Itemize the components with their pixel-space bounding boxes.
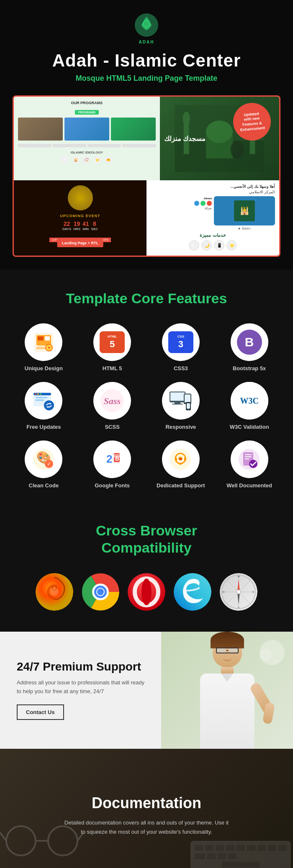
svg-rect-23 — [36, 397, 47, 398]
svg-line-87 — [0, 832, 6, 841]
svg-rect-30 — [175, 402, 180, 404]
page-title: Adah - Islamic Center — [8, 51, 285, 71]
unique-design-svg: ✦ — [32, 331, 55, 354]
svg-text:S: S — [238, 606, 239, 609]
feature-w3c: W3C W3C Validation — [218, 382, 280, 430]
html5-label: HTML 5 — [103, 365, 122, 371]
browser-title: Cross Browser Compatibility — [13, 522, 280, 556]
feature-bootstrap: B Bootstrap 5x — [218, 323, 280, 371]
unique-design-icon: ✦ — [25, 323, 62, 361]
svg-point-10 — [231, 141, 244, 159]
svg-point-79 — [236, 590, 241, 594]
svg-text:☎: ☎ — [178, 457, 182, 461]
feature-google-fonts: 2 B Google Fonts — [81, 440, 144, 489]
browser-section: Cross Browser Compatibility — [0, 505, 293, 632]
css3-icon: CSS 3 — [162, 323, 200, 361]
svg-point-20 — [35, 393, 36, 395]
preview-card-2 — [64, 118, 109, 141]
features-section: Template Core Features ✦ Unique Design — [0, 269, 293, 505]
feature-well-documented: Well Documented — [218, 440, 280, 489]
svg-point-22 — [40, 393, 41, 395]
scss-svg: Sass — [100, 388, 125, 413]
docs-description: Detailed documentation covers all ins an… — [63, 818, 230, 837]
feature-clean-code: 🎨 ✓ Clean Code — [13, 440, 75, 489]
ideology-label: ISLAMIC IDEOLOGY — [18, 151, 156, 154]
preview-rtl: أهلا وسهلا بك إلى الأنجمي... المركز الاس… — [146, 180, 279, 256]
support-image — [161, 632, 293, 749]
svg-point-25 — [44, 400, 54, 410]
svg-rect-96 — [257, 845, 266, 851]
svg-text:B: B — [115, 455, 119, 462]
svg-point-7 — [206, 120, 233, 143]
svg-rect-56 — [245, 456, 252, 457]
opera-icon — [128, 573, 165, 611]
features-title: Template Core Features — [13, 290, 280, 307]
ideology-icon: ☪ — [61, 156, 69, 164]
ideology-icon: 📿 — [83, 156, 90, 164]
svg-text:N: N — [238, 575, 239, 578]
page-subtitle: Mosque HTML5 Landing Page Template — [8, 74, 285, 83]
html5-icon: HTML 5 — [93, 323, 131, 361]
contact-us-button[interactable]: Contact Us — [17, 704, 64, 720]
svg-rect-31 — [172, 404, 183, 405]
event-title: UPCOMING EVENT — [19, 214, 141, 218]
feature-unique-design: ✦ Unique Design — [13, 323, 75, 371]
unique-design-label: Unique Design — [25, 365, 63, 371]
docs-section: Documentation Detailed documentation cov… — [0, 749, 293, 868]
svg-rect-29 — [170, 392, 185, 401]
svg-point-21 — [37, 393, 39, 395]
ideology-icon: 🤲 — [105, 156, 112, 164]
firefox-icon — [36, 573, 73, 611]
svg-point-69 — [141, 579, 152, 605]
bootstrap-badge: B — [237, 330, 262, 355]
header-section: ADAH Adah - Islamic Center Mosque HTML5 … — [0, 0, 293, 91]
svg-rect-24 — [36, 399, 44, 401]
w3c-label: W3C Validation — [230, 424, 269, 430]
feature-dedicated-support: ☎ Dedicated Support — [150, 440, 212, 489]
svg-rect-55 — [245, 454, 252, 455]
svg-point-66 — [97, 589, 104, 595]
bootstrap-icon: B — [231, 323, 268, 361]
google-fonts-icon: 2 B — [93, 440, 131, 478]
feature-css3: CSS 3 CSS3 — [150, 323, 212, 371]
svg-point-61 — [50, 588, 59, 596]
responsive-svg — [169, 389, 193, 412]
bootstrap-label: Bootstrap 5x — [233, 365, 266, 371]
countdown-days: 22 DAYS — [62, 220, 71, 231]
free-updates-label: Free Updates — [26, 424, 61, 430]
safari-icon: N S E W — [220, 573, 257, 611]
docs-content: Documentation Detailed documentation cov… — [46, 769, 247, 862]
svg-point-5 — [183, 112, 190, 125]
svg-point-70 — [174, 573, 211, 611]
css3-badge: CSS 3 — [168, 331, 193, 353]
well-documented-icon — [231, 440, 268, 478]
ideology-icon: 🕌 — [72, 156, 80, 164]
free-updates-svg — [32, 389, 55, 412]
scss-label: SCSS — [105, 424, 119, 430]
svg-rect-36 — [187, 403, 190, 409]
w3c-badge: W3C — [231, 382, 268, 420]
chrome-icon — [82, 573, 119, 611]
event-circle — [68, 185, 93, 210]
support-section: 24/7 Premium Support Address all your is… — [0, 632, 293, 749]
css3-label: CSS3 — [174, 365, 188, 371]
svg-text:✦: ✦ — [47, 346, 51, 350]
logo-text: ADAH — [139, 40, 154, 44]
svg-rect-103 — [222, 862, 260, 868]
adah-logo — [134, 13, 159, 38]
preview-left: OUR PROGRAMS PROGRAMS — [14, 97, 160, 180]
svg-rect-49 — [175, 458, 177, 461]
responsive-label: Responsive — [165, 424, 196, 430]
svg-rect-33 — [185, 394, 190, 402]
preview-card-3 — [111, 118, 156, 141]
countdown-hrs: 19 HRS — [73, 220, 80, 231]
rtl-service-title: خدمات مميزة — [151, 233, 275, 238]
arabic-title: مسجدك منزلك — [164, 135, 206, 143]
svg-rect-95 — [247, 845, 255, 851]
feature-scss: Sass SCSS — [81, 382, 144, 430]
well-documented-label: Well Documented — [226, 482, 272, 489]
dedicated-support-icon: ☎ — [162, 440, 200, 478]
event-countdown: 22 DAYS 19 HRS 41 MIN 8 — [19, 220, 141, 231]
svg-point-37 — [188, 409, 189, 410]
preview-section: Updated with new Features & Enhancement … — [0, 91, 293, 269]
